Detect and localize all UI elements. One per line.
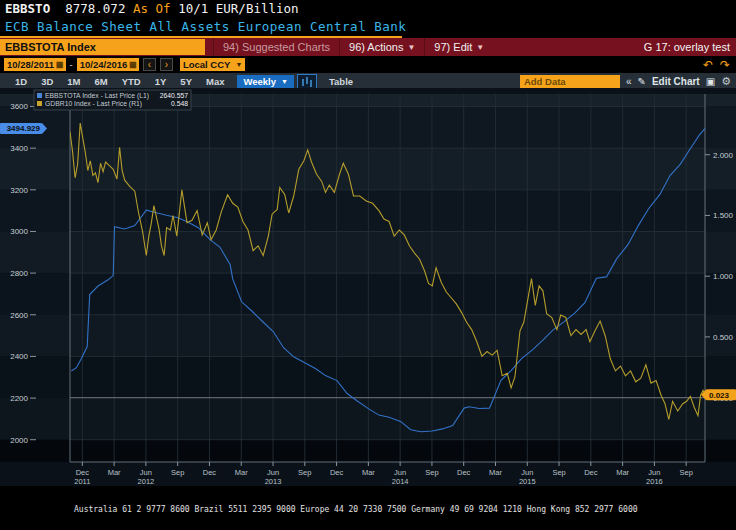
left-axis-tick-label: 3000 <box>10 227 28 236</box>
left-axis-tick-label: 3400 <box>10 144 28 153</box>
range-6m-button[interactable]: 6M <box>88 76 115 87</box>
command-line: EBBSTO 8778.072 As Of 10/1 EUR/Billion <box>0 0 736 17</box>
left-axis-last-price-badge: 3494.929 <box>0 123 47 134</box>
calendar-icon[interactable]: ▦ <box>56 58 64 71</box>
right-axis-tick-label: 0.500 <box>713 333 734 342</box>
legend-label: GDBR10 Index - Last Price (R1) <box>45 100 142 108</box>
chart-tag-label: G 17: overlay test <box>644 41 736 53</box>
as-of-date: 10/1 <box>178 1 208 16</box>
bloomberg-terminal-window: EBBSTO 8778.072 As Of 10/1 EUR/Billion E… <box>0 0 736 530</box>
dropdown-arrow-icon: ▼ <box>235 58 242 71</box>
calendar-icon[interactable]: ▦ <box>129 58 137 71</box>
x-axis-month-label: Jun <box>140 468 152 477</box>
x-axis-month-label: Mar <box>108 468 121 477</box>
x-axis-month-label: Mar <box>362 468 375 477</box>
svg-text:3494.929: 3494.929 <box>7 124 41 133</box>
x-axis-month-label: Sep <box>552 468 565 477</box>
x-axis-month-label: Sep <box>298 468 311 477</box>
left-axis-tick-label: 3200 <box>10 186 28 195</box>
legend-swatch <box>37 101 42 106</box>
range-max-button[interactable]: Max <box>199 76 231 87</box>
currency-select[interactable]: Local CCY▼ <box>180 58 245 71</box>
right-axis-tick-label: 1.000 <box>713 272 734 281</box>
legend-value: 2640.557 <box>160 92 189 99</box>
footer-contacts-line: Australia 61 2 9777 8600 Brazil 5511 239… <box>0 506 736 515</box>
range-1m-button[interactable]: 1M <box>60 76 87 87</box>
x-axis-month-label: Dec <box>203 468 217 477</box>
x-axis-month-label: Jun <box>648 468 660 477</box>
date-separator: - <box>70 59 73 70</box>
unit-label: EUR/Billion <box>216 1 299 16</box>
active-panel-underline <box>0 36 402 38</box>
left-axis-tick-label: 2000 <box>10 436 28 445</box>
suggested-charts-button[interactable]: 94) Suggested Charts <box>213 38 339 56</box>
left-axis-tick-label: 2400 <box>10 352 28 361</box>
range-5y-button[interactable]: 5Y <box>173 76 199 87</box>
left-axis-tick-label: 3600 <box>10 102 28 111</box>
chart-plot-area[interactable]: 3600340032003000280026002400220020002.00… <box>0 88 736 486</box>
gear-icon[interactable]: ⚙ <box>721 75 731 88</box>
ticker-value: 8778.072 <box>65 1 125 16</box>
chart-legend: EBBSTOTA Index - Last Price (L1)2640.557… <box>34 90 191 110</box>
x-axis-month-label: Dec <box>584 468 598 477</box>
undo-icon[interactable]: ↶ <box>703 58 713 72</box>
x-axis-month-label: Sep <box>425 468 438 477</box>
redo-icon[interactable]: ↷ <box>720 58 730 72</box>
as-of-label: As Of <box>133 1 171 16</box>
ticker-text: EBBSTO <box>5 1 50 16</box>
period-select[interactable]: Weekly▼ <box>237 75 294 89</box>
terminal-footer: Australia 61 2 9777 8600 Brazil 5511 239… <box>0 486 736 530</box>
x-axis-year-label: 2012 <box>138 477 155 486</box>
right-axis-tick-label: 1.500 <box>713 211 734 220</box>
x-axis-year-label: 2011 <box>74 477 90 486</box>
pencil-icon: ✎ <box>638 76 646 87</box>
security-description: ECB Balance Sheet All Assets European Ce… <box>0 17 736 36</box>
legend-label: EBBSTOTA Index - Last Price (L1) <box>45 92 149 100</box>
x-axis-month-label: Dec <box>457 468 471 477</box>
add-data-input[interactable]: Add Data <box>520 75 620 88</box>
x-axis-month-label: Sep <box>171 468 184 477</box>
x-axis-year-label: 2013 <box>265 477 282 486</box>
left-axis-tick-label: 2200 <box>10 394 28 403</box>
security-input[interactable]: EBBSTOTA Index <box>0 39 205 55</box>
right-axis-tick-label: 2.000 <box>713 151 734 160</box>
left-axis-tick-label: 2600 <box>10 311 28 320</box>
x-axis-month-label: Mar <box>489 468 502 477</box>
shift-back-button[interactable]: ‹ <box>143 58 156 71</box>
range-ytd-button[interactable]: YTD <box>115 76 148 87</box>
x-axis-month-label: Mar <box>616 468 629 477</box>
range-buttons: 1D3D1M6MYTD1Y5YMax <box>8 76 231 87</box>
legend-swatch <box>37 93 42 98</box>
dropdown-arrow-icon: ▼ <box>476 43 484 52</box>
svg-text:0.023: 0.023 <box>709 391 730 400</box>
x-axis-month-label: Sep <box>680 468 693 477</box>
edit-menu-button[interactable]: 97) Edit▼ <box>424 38 493 56</box>
chart-options-icon[interactable]: ▣ <box>706 76 715 87</box>
dropdown-arrow-icon: ▼ <box>281 75 288 89</box>
function-toolbar: EBBSTOTA Index 94) Suggested Charts 96) … <box>0 38 736 56</box>
x-axis-year-label: 2015 <box>519 477 536 486</box>
x-axis-year-label: 2016 <box>646 477 663 486</box>
x-axis-month-label: Jun <box>267 468 279 477</box>
dropdown-arrow-icon: ▼ <box>407 43 415 52</box>
shift-forward-button[interactable]: › <box>160 58 173 71</box>
end-date-input[interactable]: 10/24/2016▦ <box>77 58 139 71</box>
collapse-panel-icon[interactable]: « <box>626 76 632 87</box>
x-axis-month-label: Dec <box>330 468 344 477</box>
range-1d-button[interactable]: 1D <box>8 76 34 87</box>
date-range-bar: 10/28/2011▦ - 10/24/2016▦ ‹ › Local CCY▼… <box>0 56 736 73</box>
right-axis-last-price-badge: 0.023 <box>701 389 736 400</box>
edit-chart-button[interactable]: Edit Chart <box>652 76 700 87</box>
x-axis-year-label: 2014 <box>392 477 409 486</box>
range-3d-button[interactable]: 3D <box>34 76 60 87</box>
actions-menu-button[interactable]: 96) Actions▼ <box>339 38 424 56</box>
x-axis-month-label: Dec <box>76 468 90 477</box>
x-axis-month-label: Jun <box>521 468 533 477</box>
table-button[interactable]: Table <box>317 76 365 87</box>
overlay-chart[interactable]: 3600340032003000280026002400220020002.00… <box>0 88 736 486</box>
range-1y-button[interactable]: 1Y <box>148 76 174 87</box>
x-axis-month-label: Jun <box>394 468 406 477</box>
x-axis-month-label: Mar <box>235 468 248 477</box>
start-date-input[interactable]: 10/28/2011▦ <box>4 58 66 71</box>
left-axis-tick-label: 2800 <box>10 269 28 278</box>
